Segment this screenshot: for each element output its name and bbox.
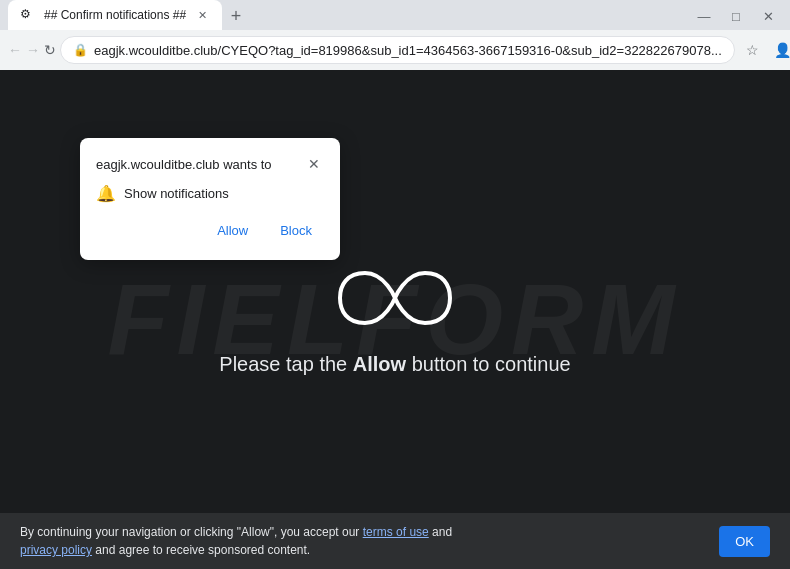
consent-text: By continuing your navigation or clickin… xyxy=(20,523,452,559)
infinity-symbol xyxy=(335,263,455,333)
title-bar-right: — □ ✕ xyxy=(690,2,782,30)
maximize-button[interactable]: □ xyxy=(722,2,750,30)
tab-favicon: ⚙ xyxy=(20,7,36,23)
profile-button[interactable]: 👤 xyxy=(769,36,790,64)
address-bar-row: ← → ↻ 🔒 eagjk.wcoulditbe.club/CYEQO?tag_… xyxy=(0,30,790,70)
address-bar-actions: ☆ 👤 ⋮ xyxy=(739,36,790,64)
popup-actions: Allow Block xyxy=(96,217,324,244)
popup-header: eagjk.wcoulditbe.club wants to ✕ xyxy=(96,154,324,174)
notification-popup: eagjk.wcoulditbe.club wants to ✕ 🔔 Show … xyxy=(80,138,340,260)
tab-bar: ⚙ ## Confirm notifications ## ✕ + — □ ✕ xyxy=(0,0,790,30)
popup-title: eagjk.wcoulditbe.club wants to xyxy=(96,157,272,172)
page-instruction-text: Please tap the Allow button to continue xyxy=(219,353,570,376)
forward-button[interactable]: → xyxy=(26,36,40,64)
new-tab-button[interactable]: + xyxy=(222,2,250,30)
privacy-link[interactable]: privacy policy xyxy=(20,543,92,557)
minimize-button[interactable]: — xyxy=(690,2,718,30)
back-button[interactable]: ← xyxy=(8,36,22,64)
active-tab[interactable]: ⚙ ## Confirm notifications ## ✕ xyxy=(8,0,222,30)
bookmark-button[interactable]: ☆ xyxy=(739,36,767,64)
close-button[interactable]: ✕ xyxy=(754,2,782,30)
lock-icon: 🔒 xyxy=(73,43,88,57)
consent-ok-button[interactable]: OK xyxy=(719,526,770,557)
popup-close-button[interactable]: ✕ xyxy=(304,154,324,174)
popup-body: 🔔 Show notifications xyxy=(96,184,324,203)
content-area: fielform Please tap the Allow button to … xyxy=(0,70,790,569)
popup-body-text: Show notifications xyxy=(124,186,229,201)
block-button[interactable]: Block xyxy=(268,217,324,244)
consent-bar: By continuing your navigation or clickin… xyxy=(0,513,790,569)
terms-link[interactable]: terms of use xyxy=(363,525,429,539)
tab-close-button[interactable]: ✕ xyxy=(194,7,210,23)
url-text: eagjk.wcoulditbe.club/CYEQO?tag_id=81998… xyxy=(94,43,722,58)
browser-window: ⚙ ## Confirm notifications ## ✕ + — □ ✕ … xyxy=(0,0,790,569)
allow-button[interactable]: Allow xyxy=(205,217,260,244)
address-bar[interactable]: 🔒 eagjk.wcoulditbe.club/CYEQO?tag_id=819… xyxy=(60,36,735,64)
tab-title: ## Confirm notifications ## xyxy=(44,8,186,22)
bell-icon: 🔔 xyxy=(96,184,116,203)
reload-button[interactable]: ↻ xyxy=(44,36,56,64)
